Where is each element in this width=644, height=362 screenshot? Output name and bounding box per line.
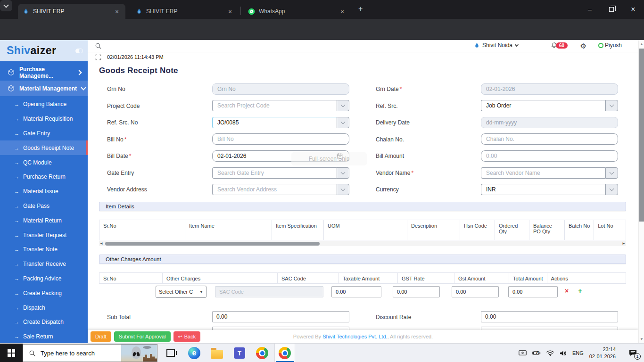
grn-no-input [212,83,349,95]
sidebar-item[interactable]: → Transfer Note [0,242,88,257]
ref-src-no-input[interactable] [212,117,337,128]
arrow-right-icon: → [14,334,19,339]
vendor-address-input[interactable] [212,184,337,195]
scroll-left-icon[interactable]: ◄ [99,241,104,246]
bill-date-input[interactable] [212,150,349,162]
new-tab-button[interactable]: + [358,5,363,13]
flame-icon [136,8,142,15]
ref-src-no-dropdown-button[interactable] [337,117,349,128]
sidebar-item[interactable]: → Create Packing [0,286,88,300]
notification-bell[interactable]: 60 [551,42,568,49]
page-scrollbar[interactable]: ▲ ▼ [638,40,644,343]
cast-icon[interactable] [519,350,527,356]
file-explorer-icon [211,350,223,359]
sidebar-item[interactable]: → Gate Pass [0,199,88,214]
start-button[interactable] [0,344,23,362]
browser-tab[interactable]: SHIVIT ERP × [131,4,239,19]
user-menu[interactable]: Piyush [598,42,622,49]
settings-gear-icon[interactable]: ⚙ [580,42,586,50]
notification-center-button[interactable]: 1 [628,344,637,362]
scroll-up-icon[interactable]: ▲ [639,42,644,46]
sidebar-item[interactable]: → Material Requisition [0,112,88,126]
tab-search-button[interactable] [0,0,12,11]
ref-src-input[interactable] [481,100,605,111]
sidebar-item[interactable]: → Dispatch [0,300,88,315]
bill-amount-input[interactable] [481,150,618,162]
sidebar-item-purchase-management[interactable]: Purchase Manageme... [0,65,88,80]
sidebar-item-material-management[interactable]: Material Management [0,81,88,96]
vendor-name-combo [481,167,618,179]
horizontal-scrollbar[interactable]: ◄ ► [99,241,626,246]
chrome-button-active[interactable] [274,344,295,362]
tab-title: SHIVIT ERP [146,8,223,15]
discount-rate-input[interactable] [481,311,618,322]
vendor-name-input[interactable] [481,167,605,179]
sidebar-item[interactable]: → Opening Balance [0,97,88,112]
scroll-down-icon[interactable]: ▼ [639,337,644,341]
horizontal-scrollbar-thumb[interactable] [105,242,320,246]
sidebar-item[interactable]: → Material Return [0,213,88,228]
sidebar-item[interactable]: → Material Issue [0,184,88,199]
search-icon[interactable] [95,42,102,49]
sidebar-item[interactable]: → Packing Advice [0,272,88,286]
gate-entry-dropdown-button[interactable] [337,167,349,179]
add-row-icon[interactable]: + [578,287,582,295]
sidebar-item[interactable]: → Transfer Receive [0,257,88,272]
volume-icon[interactable] [560,350,567,356]
org-selector[interactable]: Shivit Noida [474,42,518,49]
edge-button[interactable]: e [184,344,205,362]
chalan-no-input[interactable] [481,133,618,145]
total-amount-input[interactable] [508,286,558,297]
scroll-right-icon[interactable]: ► [621,241,626,246]
sidebar-toggle-icon[interactable] [75,49,83,53]
gate-entry-input[interactable] [212,167,337,179]
sidebar-item[interactable]: → Create Dispatch [0,315,88,329]
search-highlight-image[interactable] [121,345,157,362]
submit-for-approval-button[interactable]: Submit For Approval [114,331,171,342]
gst-rate-input[interactable] [393,286,440,297]
sidebar-item[interactable]: → QC Module [0,155,88,170]
gst-amount-input[interactable] [452,286,499,297]
currency-input[interactable] [481,184,605,195]
sidebar-item[interactable]: → Transfer Request [0,228,88,242]
powered-by-link[interactable]: Shivit Technologies Pvt. Ltd. [322,334,387,339]
scrollbar-thumb[interactable] [639,49,644,222]
battery-icon[interactable] [532,350,541,356]
sidebar-item[interactable]: → Gate Entry [0,126,88,141]
window-restore-button[interactable] [601,0,622,19]
sub-total-input[interactable] [212,311,349,322]
chrome-button[interactable] [252,344,272,362]
tab-close-icon[interactable]: × [226,8,234,15]
clock[interactable]: 23:1402-01-2026 [589,346,616,360]
remove-row-icon[interactable]: × [565,287,569,295]
tab-close-icon[interactable]: × [113,8,121,15]
vendor-name-dropdown-button[interactable] [605,167,618,179]
currency-dropdown-button[interactable] [605,184,618,195]
bill-no-input[interactable] [212,133,349,145]
ref-src-dropdown-button[interactable] [605,100,618,111]
fullscreen-icon[interactable] [95,54,101,60]
browser-tab-active[interactable]: SHIVIT ERP × [18,4,125,19]
column-header: Ordered Qty [495,220,529,240]
language-label[interactable]: ENG [572,350,584,356]
sidebar-item[interactable]: → Sale Return [0,329,88,344]
sidebar-item[interactable]: → Purchase Return [0,170,88,184]
teams-button[interactable]: T [229,344,250,362]
project-code-dropdown-button[interactable] [337,100,349,111]
tab-close-icon[interactable]: × [339,8,346,15]
vendor-address-dropdown-button[interactable] [337,184,349,195]
back-button[interactable]: ↩Back [173,331,201,342]
task-view-button[interactable] [160,344,181,362]
wifi-icon[interactable] [546,350,554,356]
sidebar-item[interactable]: → Goods Receipt Note [0,140,88,155]
taskbar-search-box[interactable]: Type here to search [23,344,157,362]
browser-tab[interactable]: WhatsApp × [243,4,351,19]
window-close-button[interactable]: × [622,0,644,19]
other-charges-select[interactable]: Select Other C ▼ [156,286,206,298]
calendar-icon[interactable] [337,153,343,159]
window-minimize-button[interactable]: – [579,0,601,19]
taxable-amount-input[interactable] [331,286,381,297]
project-code-input[interactable] [212,100,337,111]
draft-button[interactable]: Draft [91,331,111,342]
file-explorer-button[interactable] [206,344,227,362]
